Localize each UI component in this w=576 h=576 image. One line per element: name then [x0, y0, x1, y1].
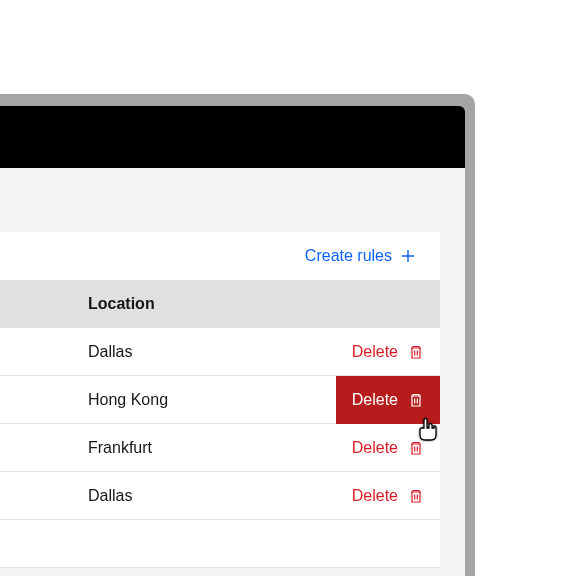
delete-label: Delete	[352, 391, 398, 409]
content-panel: Create rules Location Dallas Delete	[0, 168, 465, 576]
plus-icon	[400, 248, 416, 264]
location-header: Location	[88, 295, 155, 313]
trash-icon	[408, 488, 424, 504]
create-rules-button[interactable]: Create rules	[297, 239, 424, 273]
table-row: Hong Kong Delete	[0, 376, 440, 424]
trash-icon	[408, 392, 424, 408]
table-header-row: Location	[0, 280, 440, 328]
delete-button[interactable]: Delete	[336, 424, 440, 472]
table-row	[0, 520, 440, 568]
location-cell: Dallas	[0, 343, 336, 361]
delete-button[interactable]: Delete	[336, 472, 440, 520]
title-bar	[0, 106, 465, 168]
create-rules-label: Create rules	[305, 247, 392, 265]
delete-label: Delete	[352, 343, 398, 361]
delete-label: Delete	[352, 487, 398, 505]
rules-table: Create rules Location Dallas Delete	[0, 232, 440, 568]
trash-icon	[408, 440, 424, 456]
location-cell: Frankfurt	[0, 439, 336, 457]
location-cell: Hong Kong	[0, 391, 336, 409]
table-toolbar: Create rules	[0, 232, 440, 280]
table-row: Dallas Delete	[0, 472, 440, 520]
delete-button[interactable]: Delete	[336, 376, 440, 424]
delete-label: Delete	[352, 439, 398, 457]
delete-button[interactable]: Delete	[336, 328, 440, 376]
location-cell: Dallas	[0, 487, 336, 505]
table-row: Frankfurt Delete	[0, 424, 440, 472]
trash-icon	[408, 344, 424, 360]
table-row: Dallas Delete	[0, 328, 440, 376]
